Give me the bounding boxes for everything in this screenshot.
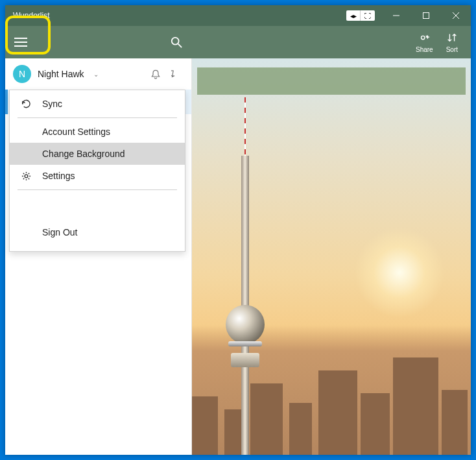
titlebar: Wunderlist ◂▸ ⛶ (5, 5, 471, 26)
menu-item-change-background[interactable]: Change Background (10, 143, 185, 165)
minimize-button[interactable] (381, 5, 411, 26)
menu-item-account-settings[interactable]: Account Settings (10, 121, 185, 143)
svg-point-7 (172, 38, 179, 45)
menu-separator (18, 189, 177, 190)
app-body: N Night Hawk ⌄ Sync Account Settings (5, 58, 471, 455)
hamburger-menu-button[interactable] (5, 27, 36, 58)
sort-button[interactable]: Sort (446, 32, 458, 53)
gear-icon (20, 171, 32, 181)
tablet-mode-group: ◂▸ ⛶ (346, 10, 375, 21)
chevron-down-icon: ⌄ (93, 71, 99, 78)
menu-item-label: Change Background (42, 149, 125, 159)
background-sun (354, 227, 445, 318)
toolbar-right: Share Sort (416, 32, 471, 53)
conversations-button[interactable] (169, 67, 184, 81)
svg-point-12 (25, 175, 28, 178)
user-display-name: Night Hawk (38, 69, 84, 79)
menu-item-label: Settings (42, 171, 75, 181)
sidebar: N Night Hawk ⌄ Sync Account Settings (5, 58, 192, 455)
sort-icon (446, 32, 458, 46)
menu-item-label: Sync (42, 99, 62, 109)
svg-rect-1 (423, 13, 429, 19)
titlebar-controls: ◂▸ ⛶ (346, 5, 471, 26)
menu-separator (18, 117, 177, 118)
menu-item-label: Sign Out (42, 227, 77, 237)
tower-ring (228, 341, 262, 346)
avatar: N (13, 65, 31, 83)
menu-item-settings[interactable]: Settings (10, 165, 185, 187)
menu-item-label: Account Settings (42, 127, 110, 137)
account-dropdown: Sync Account Settings Change Background … (9, 90, 185, 252)
maximize-button[interactable] (411, 5, 441, 26)
refresh-icon (20, 99, 32, 109)
main-content (192, 58, 471, 455)
svg-line-8 (178, 44, 182, 47)
tower-sphere (226, 305, 265, 344)
menu-item-sign-out[interactable]: Sign Out (10, 221, 185, 243)
menu-item-sync[interactable]: Sync (10, 93, 185, 115)
tablet-fullscreen-icon[interactable]: ⛶ (361, 10, 375, 21)
share-label: Share (416, 46, 433, 53)
sort-label: Sort (446, 46, 458, 53)
app-window: Wunderlist ◂▸ ⛶ Share Sort (5, 5, 471, 455)
window-title: Wunderlist (5, 11, 346, 20)
search-button[interactable] (161, 27, 192, 58)
share-icon (418, 32, 430, 46)
tablet-split-icon[interactable]: ◂▸ (346, 10, 361, 21)
close-button[interactable] (441, 5, 471, 26)
list-header-bar (197, 67, 466, 95)
menu-blank-area (20, 193, 174, 219)
user-row[interactable]: N Night Hawk ⌄ (5, 58, 191, 90)
share-button[interactable]: Share (416, 32, 433, 53)
svg-point-9 (422, 36, 425, 39)
notifications-button[interactable] (149, 67, 163, 81)
tower-deck (231, 353, 259, 367)
app-toolbar: Share Sort (5, 26, 471, 58)
